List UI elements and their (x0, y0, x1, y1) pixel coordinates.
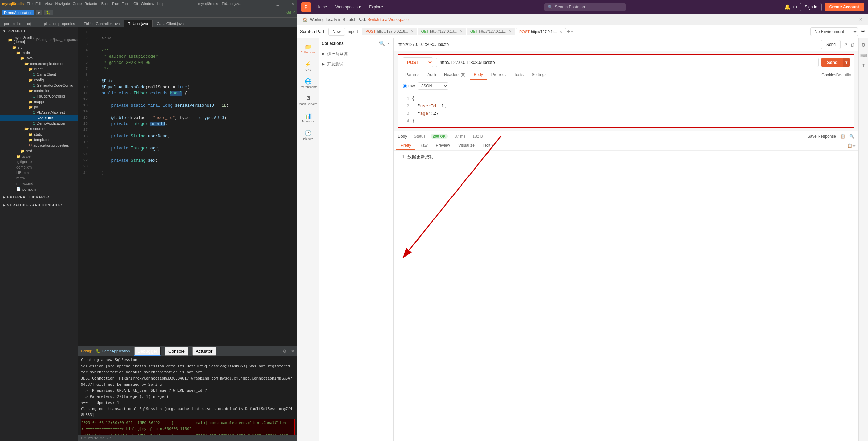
environment-selector[interactable]: No Environment (810, 27, 858, 36)
tree-item-demo-app[interactable]: C DemoApplication (0, 121, 78, 126)
resp-wrap-btn[interactable]: ⇔ (852, 141, 856, 150)
resp-tab-raw[interactable]: Raw (415, 141, 431, 150)
add-tab-btn[interactable]: + (567, 29, 570, 35)
collection-item-1[interactable]: ▶ 供应商系统 (319, 49, 393, 59)
tree-item-config[interactable]: 📂 config (0, 77, 78, 83)
tree-item-pbasset[interactable]: C PbAssetMapTest (0, 110, 78, 115)
save-response-btn[interactable]: Save Response (807, 134, 836, 139)
raw-option[interactable]: raw (403, 84, 415, 88)
tree-item-controller[interactable]: 📂 controller (0, 88, 78, 93)
tree-item-mmw-cmd[interactable]: mmw.cmd (0, 181, 78, 186)
resp-tab-pretty[interactable]: Pretty (396, 141, 415, 150)
settings-tab[interactable]: Settings (528, 70, 550, 80)
auth-tab[interactable]: Auth (423, 70, 440, 80)
env-eye-btn[interactable]: 👁 (861, 29, 865, 34)
headers-tab[interactable]: Headers (8) (440, 70, 470, 80)
req-tab-2[interactable]: GEThttp://127.0.1:t... ✕ (418, 28, 466, 35)
debug-output[interactable]: Creating a new SqlSession SqlSession [or… (78, 356, 297, 435)
menu-window[interactable]: Window (141, 2, 154, 6)
more-tabs-btn[interactable]: ⋯ (571, 29, 575, 34)
code-editor[interactable]: 1 2 </p> 3 4 /** 5 * @author astupidcode… (78, 27, 297, 346)
debug-close-btn[interactable]: ✕ (291, 349, 295, 354)
settings-icon[interactable]: ⚙ (793, 4, 797, 10)
tab-pom-xml[interactable]: pom.xml (demo) (0, 20, 35, 27)
method-selector[interactable]: POST GET PUT DELETE (403, 57, 433, 67)
menu-navigate[interactable]: Navigate (55, 2, 70, 6)
tree-item-tbuser-controller[interactable]: C TbUserController (0, 93, 78, 99)
tree-item-hblxml[interactable]: HBLxml (0, 170, 78, 175)
sidebar-item-environments[interactable]: 🌐 Environments (297, 75, 319, 91)
tree-item-gitignore[interactable]: .gitignore (0, 159, 78, 164)
req-tab-4-active[interactable]: POSThttp://127.0.1:... ✕ (516, 28, 566, 35)
format-selector[interactable]: JSON Text JavaScript XML (418, 82, 448, 90)
notice-close-btn[interactable]: ✕ (859, 17, 863, 22)
tab-tbuser[interactable]: TbUser.java (124, 20, 153, 27)
debug-tab-actuator[interactable]: Actuator (192, 347, 216, 356)
menu-tools[interactable]: Tools (122, 2, 131, 6)
params-tab[interactable]: Params (401, 70, 423, 80)
resp-tab-visualize[interactable]: Visualize (454, 141, 479, 150)
tree-item-static[interactable]: 📁 static (0, 131, 78, 137)
rt-text-icon[interactable]: T (861, 63, 866, 69)
prereq-tab[interactable]: Pre-req. (487, 70, 510, 80)
pm-workspaces-btn[interactable]: Workspaces ▾ (333, 3, 364, 11)
tab-canal-client[interactable]: CanalClient.java (153, 20, 188, 27)
tree-item-generator[interactable]: C GeneratorCodeConfig (0, 83, 78, 88)
resp-copy-btn[interactable]: 📋 (847, 141, 852, 150)
menu-git[interactable]: Git (133, 2, 138, 6)
save-btn[interactable]: Send (821, 40, 841, 49)
menu-build[interactable]: Build (101, 2, 109, 6)
tree-item-app-props[interactable]: ⚙ application.properties (0, 142, 78, 148)
sidebar-external-header[interactable]: ▶ External Libraries (0, 193, 78, 201)
tree-item-java[interactable]: 📂 java (0, 55, 78, 61)
sidebar-item-mock-servers[interactable]: 🖥 Mock Servers (297, 93, 319, 108)
pm-home-btn[interactable]: Home (314, 3, 330, 11)
menu-edit[interactable]: Edit (35, 2, 42, 6)
sidebar-item-collections[interactable]: 📁 Collections (297, 41, 319, 57)
run-btn[interactable]: ▶ (36, 10, 42, 15)
sidebar-item-apis[interactable]: ⚡ APIs (297, 58, 319, 74)
tree-item-root[interactable]: 📁 mysql8redis [demo] D:\program\java_pro… (0, 35, 78, 45)
collections-search-btn[interactable]: 🔍 (379, 41, 385, 46)
tree-item-resources[interactable]: 📂 resources (0, 126, 78, 131)
notification-icon[interactable]: 🔔 (784, 4, 790, 10)
sign-in-btn[interactable]: Sign In (800, 3, 821, 11)
menu-view[interactable]: View (45, 2, 53, 6)
close-btn[interactable]: × (290, 2, 295, 6)
resp-tab-text[interactable]: Text ▾ (479, 141, 497, 150)
tree-item-demo-xml[interactable]: demo.xml (0, 164, 78, 170)
menu-code[interactable]: Code (73, 2, 82, 6)
req-tab-3[interactable]: GEThttp://127.0.1:t... ✕ (467, 28, 515, 35)
resp-tab-preview[interactable]: Preview (431, 141, 454, 150)
sidebar-item-history[interactable]: 🕐 History (297, 127, 319, 143)
menu-file[interactable]: File (26, 2, 33, 6)
run-config-selector[interactable]: DemoApplication (2, 10, 34, 15)
body-tab[interactable]: Body (470, 70, 487, 80)
debug-settings-btn[interactable]: ⚙ (283, 349, 287, 354)
rt-keyboard-icon[interactable]: ⌨ (859, 52, 868, 60)
tree-item-client[interactable]: 📂 client (0, 66, 78, 72)
cookies-btn[interactable]: Cookies (821, 70, 836, 80)
create-account-btn[interactable]: Create Account (825, 3, 864, 11)
menu-help[interactable]: Help (157, 2, 164, 6)
tree-item-com-example[interactable]: 📂 com.example.demo (0, 61, 78, 66)
sidebar-project-header[interactable]: ▼ Project (0, 27, 78, 35)
copy-resp-btn[interactable]: 📋 (840, 134, 845, 139)
tree-item-src[interactable]: 📂 src (0, 45, 78, 50)
minimize-btn[interactable]: _ (275, 2, 280, 6)
tree-item-target[interactable]: 📁 target (0, 154, 78, 159)
req-tab-1[interactable]: POSThttp://127.0.0.1:8... ✕ (362, 28, 417, 35)
collections-menu-btn[interactable]: ⋯ (386, 41, 391, 46)
tree-item-redis-utils[interactable]: C RedisUtils (0, 115, 78, 121)
send-request-btn[interactable]: Send (821, 58, 843, 67)
tree-item-main[interactable]: 📂 main (0, 50, 78, 55)
debug-btn[interactable]: 🐛 (44, 10, 53, 15)
search-resp-btn[interactable]: 🔍 (849, 134, 854, 139)
send-dropdown-btn[interactable]: ▾ (843, 58, 850, 67)
debug-tab-console[interactable]: Console (165, 347, 188, 356)
menu-run[interactable]: Run (112, 2, 119, 6)
tab-application-properties[interactable]: application.properties (35, 20, 79, 27)
debug-tab-debugger[interactable]: Debugger (134, 347, 161, 356)
tree-item-templates[interactable]: 📁 templates (0, 137, 78, 142)
tree-item-pom[interactable]: 📄 pom.xml (0, 186, 78, 192)
